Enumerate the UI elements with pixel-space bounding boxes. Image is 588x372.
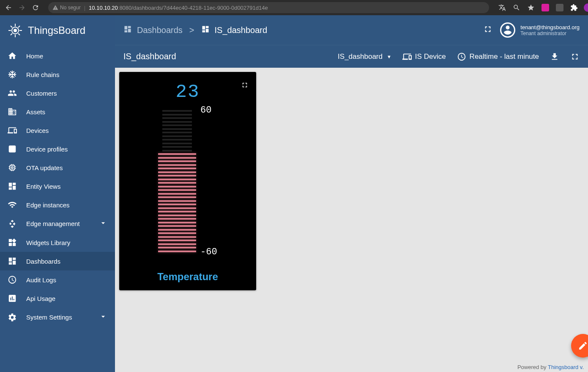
translate-icon[interactable] xyxy=(498,3,507,12)
sidebar-item-customers[interactable]: Customers xyxy=(0,84,115,102)
gauge-segment xyxy=(162,135,192,137)
gauge-segment xyxy=(158,207,196,209)
gauge-segment xyxy=(158,168,196,169)
sidebar-item-ota[interactable]: OTA updates xyxy=(0,158,115,177)
user-email: tenant@thingsboard.org xyxy=(520,24,580,30)
sidebar-item-assets[interactable]: Assets xyxy=(0,102,115,121)
gauge-segment xyxy=(158,247,196,248)
sidebar-item-label: Edge management xyxy=(26,220,80,227)
sidebar-item-widgets-library[interactable]: Widgets Library xyxy=(0,233,115,252)
forward-button[interactable] xyxy=(18,3,26,12)
logo[interactable]: ThingsBoard xyxy=(0,15,115,47)
logo-text: ThingsBoard xyxy=(28,25,85,36)
gauge-segment xyxy=(162,121,192,123)
settings-icon xyxy=(8,313,17,322)
sidebar-item-dashboards[interactable]: Dashboards xyxy=(0,252,115,270)
timewindow-label: Realtime - last minute xyxy=(470,52,539,61)
rule-chains-icon xyxy=(8,70,17,79)
state-selector[interactable]: IS_dashboard ▼ xyxy=(338,52,391,61)
breadcrumb: Dashboards > IS_dashboard xyxy=(123,25,267,36)
zoom-icon[interactable] xyxy=(512,3,521,12)
breadcrumb-current-label: IS_dashboard xyxy=(215,25,268,35)
gauge-segment xyxy=(158,243,196,245)
sidebar-item-label: Device profiles xyxy=(26,146,68,153)
svg-point-1 xyxy=(14,29,16,32)
gauge-body: 60 -60 xyxy=(158,105,217,257)
sidebar-item-rule-chains[interactable]: Rule chains xyxy=(0,65,115,84)
sidebar-item-label: Edge instances xyxy=(26,201,70,209)
reload-button[interactable] xyxy=(31,3,40,12)
gauge-segment xyxy=(162,143,192,144)
sidebar-item-home[interactable]: Home xyxy=(0,47,115,65)
gauge-segment xyxy=(162,150,192,152)
warning-icon xyxy=(52,5,58,11)
user-menu[interactable]: tenant@thingsboard.org Tenant administra… xyxy=(500,22,580,38)
temperature-widget[interactable]: 23 60 -60 Temperature xyxy=(119,72,256,290)
gauge-segment xyxy=(158,251,196,252)
breadcrumb-current: IS_dashboard xyxy=(201,25,268,36)
state-selector-label: IS_dashboard xyxy=(338,52,383,61)
url-path: :8080/dashboards/7d44ec40-4218-11ec-9000… xyxy=(118,5,268,11)
breadcrumb-parent-label: Dashboards xyxy=(137,25,183,35)
api-usage-icon xyxy=(8,294,17,303)
gauge-segment xyxy=(158,189,196,191)
export-button[interactable] xyxy=(550,52,559,61)
url-bar[interactable]: No segur | 10.10.10.20:8080/dashboards/7… xyxy=(48,2,489,13)
sidebar-item-label: Api Usage xyxy=(26,295,55,302)
timewindow-selector[interactable]: Realtime - last minute xyxy=(457,52,539,61)
device-profiles-icon xyxy=(8,144,17,154)
fullscreen-button[interactable] xyxy=(483,25,492,36)
gauge-segment xyxy=(158,164,196,166)
sidebar-item-api-usage[interactable]: Api Usage xyxy=(0,289,115,308)
browser-chrome: No segur | 10.10.10.20:8080/dashboards/7… xyxy=(0,0,588,15)
gauge-segment xyxy=(158,182,196,184)
extension-gray[interactable] xyxy=(555,3,564,12)
sidebar-item-device-profiles[interactable]: Device profiles xyxy=(0,140,115,158)
gauge-segment xyxy=(162,124,192,126)
sidebar-item-entity-views[interactable]: Entity Views xyxy=(0,177,115,196)
gauge-segment xyxy=(158,218,196,220)
sidebar-item-edge-instances[interactable]: Edge instances xyxy=(0,196,115,214)
entity-views-icon xyxy=(8,182,17,191)
sidebar: ThingsBoard Home Rule chains Customers A… xyxy=(0,15,115,372)
chevron-down-icon xyxy=(99,312,107,322)
sidebar-item-devices[interactable]: Devices xyxy=(0,121,115,140)
fullscreen-icon xyxy=(570,52,580,61)
profile-avatar[interactable] xyxy=(584,3,588,12)
widget-title: Temperature xyxy=(123,271,252,286)
dashboard-icon xyxy=(201,25,210,36)
dashboards-icon xyxy=(8,256,17,266)
pencil-icon xyxy=(578,341,588,351)
bookmark-icon[interactable] xyxy=(526,3,536,12)
entity-selector[interactable]: IS Device xyxy=(402,52,446,61)
chevron-down-icon xyxy=(99,219,107,229)
gauge-segment xyxy=(158,236,196,238)
extension-purple[interactable] xyxy=(541,3,550,12)
footer: Powered by Thingsboard v. xyxy=(517,364,584,370)
fullscreen-dashboard-button[interactable] xyxy=(570,52,580,61)
user-avatar-icon xyxy=(500,22,515,38)
gauge-value: 23 xyxy=(176,81,200,102)
sidebar-item-edge-management[interactable]: Edge management xyxy=(0,214,115,233)
footer-link[interactable]: Thingsboard v. xyxy=(548,364,584,370)
gauge-segment xyxy=(158,157,196,159)
security-indicator: No segur xyxy=(52,5,81,11)
entity-selector-label: IS Device xyxy=(415,52,446,61)
breadcrumb-parent[interactable]: Dashboards xyxy=(123,25,183,36)
sidebar-item-label: Audit Logs xyxy=(26,276,56,284)
clock-icon xyxy=(457,52,466,61)
sidebar-item-label: Dashboards xyxy=(26,258,60,265)
sidebar-item-label: OTA updates xyxy=(26,164,63,171)
gauge-segment xyxy=(162,117,192,119)
breadcrumb-separator: > xyxy=(189,25,194,35)
sidebar-item-label: Entity Views xyxy=(26,183,60,190)
sidebar-item-audit-logs[interactable]: Audit Logs xyxy=(0,270,115,289)
sidebar-item-system-settings[interactable]: System Settings xyxy=(0,308,115,327)
gauge-segment xyxy=(158,229,196,231)
download-icon xyxy=(550,52,559,61)
back-button[interactable] xyxy=(4,3,13,12)
extensions-icon[interactable] xyxy=(569,3,579,12)
gauge-segment xyxy=(162,128,192,130)
home-icon xyxy=(8,51,17,61)
dashboard-content: 23 60 -60 Temperature Powered by Thingsb… xyxy=(115,68,588,372)
